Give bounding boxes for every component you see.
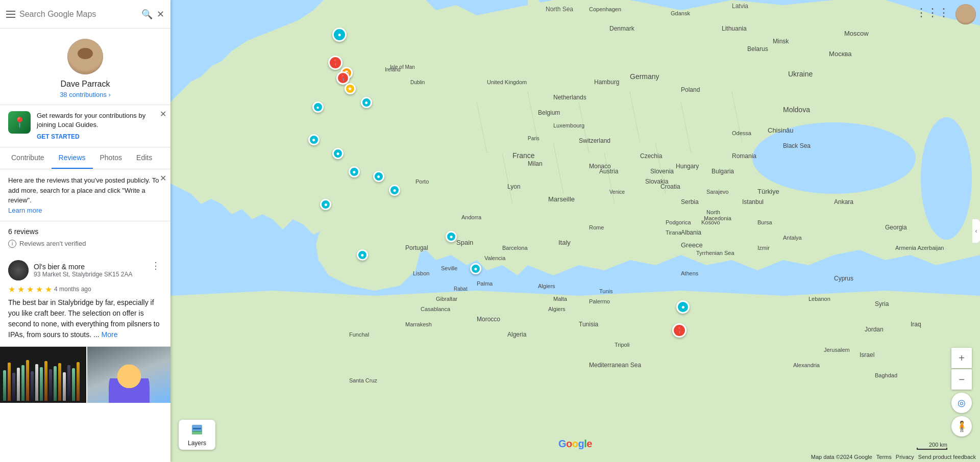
map-pin-2[interactable]: ●	[312, 101, 324, 113]
svg-text:Latvia: Latvia	[732, 3, 748, 10]
learn-more-link[interactable]: Learn more	[8, 207, 42, 214]
local-guides-banner: 📍 Get rewards for your contributions by …	[0, 105, 170, 147]
privacy-link[interactable]: Privacy	[896, 454, 914, 460]
more-link[interactable]: More	[102, 330, 118, 339]
layers-button[interactable]: Layers	[179, 420, 215, 450]
svg-text:United Kingdom: United Kingdom	[487, 79, 527, 85]
svg-text:Tripoli: Tripoli	[615, 342, 630, 348]
google-logo: Google	[558, 438, 592, 450]
banner-close-button[interactable]: ✕	[160, 109, 166, 119]
get-started-button[interactable]: GET STARTED	[37, 133, 80, 140]
map-pin-7[interactable]: ●	[373, 171, 384, 182]
svg-text:Porto: Porto	[415, 178, 429, 185]
tab-contribute[interactable]: Contribute	[4, 147, 52, 169]
svg-text:North Sea: North Sea	[546, 6, 573, 13]
pegman-button[interactable]: 🧍	[951, 416, 972, 437]
apps-grid-button[interactable]: ⋮⋮⋮	[916, 6, 949, 19]
star-3: ★	[27, 285, 34, 294]
tab-edits[interactable]: Edits	[129, 147, 159, 169]
tab-reviews[interactable]: Reviews	[52, 147, 93, 169]
svg-text:Barcelona: Barcelona	[502, 245, 528, 251]
zoom-out-button[interactable]: −	[951, 369, 972, 390]
map-pin-turkey-teal[interactable]: ●	[676, 300, 690, 314]
svg-text:Casablanca: Casablanca	[421, 306, 451, 312]
map-pin-12[interactable]: ●	[446, 231, 457, 242]
star-1: ★	[8, 285, 15, 294]
map-pin-9[interactable]: ●	[389, 185, 400, 196]
reviews-scroll[interactable]: Here are the reviews that you've posted …	[0, 169, 170, 462]
svg-text:North: North	[706, 209, 720, 215]
close-button[interactable]: ✕	[157, 9, 164, 20]
svg-text:Rabat: Rabat	[454, 286, 468, 292]
svg-text:Lyon: Lyon	[507, 183, 521, 190]
svg-text:Bulgaria: Bulgaria	[712, 168, 734, 175]
photo-thumb-2[interactable]	[87, 347, 170, 403]
info-close-button[interactable]: ✕	[160, 173, 166, 183]
svg-text:France: France	[512, 151, 535, 160]
bottle	[54, 366, 57, 401]
tab-photos[interactable]: Photos	[93, 147, 130, 169]
map-pin-turkey-red[interactable]: 📍	[672, 323, 687, 338]
review-card: Ol's bier & more 93 Market St, Stalybrid…	[0, 254, 170, 347]
map-pin-1[interactable]: ●	[332, 28, 347, 42]
profile-icon-top[interactable]	[955, 4, 976, 24]
bottle	[35, 364, 38, 401]
svg-text:Seville: Seville	[441, 265, 457, 271]
map-pin-11[interactable]: ●	[470, 263, 481, 274]
star-5: ★	[45, 285, 52, 294]
svg-text:Iraq: Iraq	[911, 321, 921, 328]
svg-text:Israel: Israel	[860, 351, 874, 358]
svg-text:Algiers: Algiers	[538, 283, 555, 289]
left-panel: 🔍 ✕ Dave Parrack 38 contributions › 📍 Ge…	[0, 0, 170, 462]
svg-text:Portugal: Portugal	[405, 244, 428, 251]
map-area[interactable]: North Sea United Kingdom Isle of Man Dub…	[170, 0, 980, 462]
svg-text:Black Sea: Black Sea	[783, 142, 811, 149]
svg-text:Jerusalem: Jerusalem	[824, 347, 850, 353]
svg-text:Czechia: Czechia	[640, 152, 663, 160]
place-avatar	[8, 260, 29, 280]
svg-text:Москва: Москва	[829, 50, 852, 58]
map-pin-8[interactable]: ●	[320, 199, 331, 210]
place-name[interactable]: Ol's bier & more	[34, 263, 132, 271]
map-pin-4[interactable]: ●	[308, 134, 320, 145]
photo-row	[0, 347, 170, 403]
svg-text:Croatia: Croatia	[660, 183, 680, 190]
tabs: Contribute Reviews Photos Edits	[0, 147, 170, 169]
map-pin-6[interactable]: ●	[349, 166, 360, 177]
review-more-button[interactable]: ⋮	[149, 260, 162, 271]
search-button[interactable]: 🔍	[141, 9, 153, 20]
svg-text:Rome: Rome	[589, 224, 604, 230]
search-input[interactable]	[19, 10, 137, 19]
svg-text:Lebanon: Lebanon	[808, 296, 830, 302]
svg-text:Andorra: Andorra	[461, 214, 482, 220]
map-pin-star[interactable]: ★	[345, 83, 356, 94]
photo-thumb-1[interactable]	[0, 347, 86, 403]
map-pin-3[interactable]: ●	[361, 97, 372, 108]
bottle	[26, 360, 29, 401]
bottle	[12, 373, 15, 401]
zoom-in-button[interactable]: +	[951, 348, 972, 368]
reviews-info-banner: Here are the reviews that you've posted …	[0, 169, 170, 221]
svg-text:Jordan: Jordan	[865, 326, 884, 333]
layers-icon	[191, 424, 203, 439]
svg-text:Lithuania: Lithuania	[722, 25, 747, 32]
svg-text:Milan: Milan	[528, 160, 543, 167]
map-pin-10[interactable]: ●	[357, 249, 368, 261]
svg-text:Chisinău: Chisinău	[768, 126, 794, 134]
svg-text:Italy: Italy	[558, 239, 571, 246]
menu-icon[interactable]	[6, 11, 15, 18]
svg-text:Podgorica: Podgorica	[666, 219, 691, 225]
map-svg: North Sea United Kingdom Isle of Man Dub…	[170, 0, 980, 462]
location-button[interactable]: ◎	[951, 393, 972, 413]
svg-text:Istanbul: Istanbul	[742, 198, 764, 206]
svg-text:Minsk: Minsk	[773, 38, 789, 45]
svg-text:Gibraltar: Gibraltar	[436, 296, 458, 302]
map-pin-5[interactable]: ●	[332, 148, 344, 159]
bottle	[21, 365, 24, 401]
feedback-link[interactable]: Send product feedback	[918, 454, 976, 460]
contributions-link[interactable]: 38 contributions ›	[60, 91, 111, 98]
place-address: 93 Market St, Stalybridge SK15 2AA	[34, 271, 132, 278]
terms-link[interactable]: Terms	[876, 454, 892, 460]
bottle	[40, 367, 43, 401]
svg-rect-113	[193, 428, 201, 429]
